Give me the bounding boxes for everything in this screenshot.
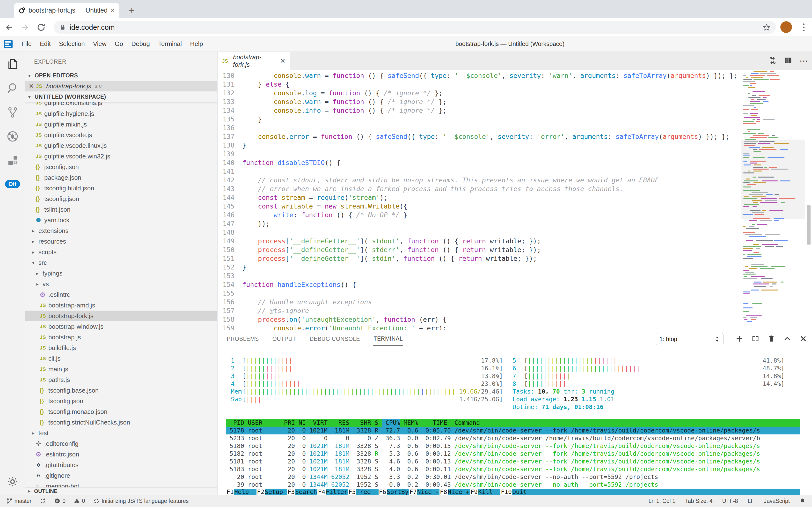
search-icon[interactable] xyxy=(0,76,25,100)
status-javascript[interactable]: JavaScript xyxy=(764,498,790,504)
editor-tab-bootstrap-fork[interactable]: JS bootstrap-fork.js ✕ xyxy=(217,52,290,70)
close-icon[interactable]: ✕ xyxy=(29,82,36,90)
tree-item-tsconfig.json[interactable]: {}tsconfig.json xyxy=(25,396,217,406)
editor-scrollbar[interactable] xyxy=(807,205,811,244)
warnings-count[interactable]: 0 xyxy=(74,498,85,504)
code-line-152[interactable]: 152} xyxy=(217,263,812,272)
open-changes-icon[interactable] xyxy=(768,56,777,65)
code-line-133[interactable]: 133 console.warn = function () { /* igno… xyxy=(217,98,812,106)
new-terminal-icon[interactable] xyxy=(736,335,743,343)
htop-table-header[interactable]: PIDUSERPRINIVIRTRESSHRSCPU%MEM%TIME+Comm… xyxy=(226,419,800,427)
kill-terminal-trash-icon[interactable] xyxy=(767,335,775,343)
menu-selection[interactable]: Selection xyxy=(55,40,89,48)
settings-gear-icon[interactable] xyxy=(0,474,25,489)
tree-item-.eslintrc.json[interactable]: .eslintrc.json xyxy=(25,449,217,460)
code-line-135[interactable]: 135 } xyxy=(217,115,812,124)
chevron-right-icon[interactable]: ▸ xyxy=(36,271,43,276)
tree-item-tsconfig.monaco.json[interactable]: {}tsconfig.monaco.json xyxy=(25,406,217,417)
tree-item-gulpfile.extensions.js[interactable]: JSgulpfile.extensions.js xyxy=(25,102,217,108)
back-icon[interactable] xyxy=(2,20,16,34)
tree-item-.editorconfig[interactable]: .editorconfig xyxy=(25,438,217,449)
htop-process-row-39[interactable]: 39root2001344M620521952S0.00.20:00.43/de… xyxy=(226,481,800,489)
htop-process-row-5178[interactable]: 5178root2001021M181M3328R72.70.60:05.70/… xyxy=(226,427,800,435)
code-line-136[interactable]: 136 xyxy=(217,124,812,132)
forward-icon[interactable] xyxy=(18,20,32,34)
status-utf-8[interactable]: UTF-8 xyxy=(722,498,738,504)
chevron-right-icon[interactable]: ▸ xyxy=(32,239,39,244)
htop-process-row-5180[interactable]: 5180root2001021M181M3328S7.30.60:00.15/d… xyxy=(226,442,800,450)
chevron-right-icon[interactable]: ▸ xyxy=(36,281,43,287)
code-line-144[interactable]: 144 const stream = require('stream'); xyxy=(217,193,812,202)
workspace-header[interactable]: ▾ UNTITLED (WORKSPACE) xyxy=(25,92,217,102)
new-tab-button[interactable]: + xyxy=(126,4,138,16)
htop-process-row-5182[interactable]: 5182root2001021M181M3328R5.30.60:00.12/d… xyxy=(226,450,800,458)
menu-edit[interactable]: Edit xyxy=(36,40,55,48)
split-editor-icon[interactable] xyxy=(784,56,792,65)
htop-process-row-5233[interactable]: 5233root200000Z36.30.00:02.79/dev/shm/bi… xyxy=(226,435,800,442)
tree-item-.gitignore[interactable]: .gitignore xyxy=(25,470,217,481)
close-panel-icon[interactable] xyxy=(799,335,807,343)
git-branch-status[interactable]: master xyxy=(6,498,32,504)
code-line-143[interactable]: 143 // error when we are inside a forked… xyxy=(217,184,812,193)
tree-item-tsconfig.build.json[interactable]: {}tsconfig.build.json xyxy=(25,183,217,193)
tree-item-vs[interactable]: ▸vs xyxy=(25,279,217,289)
tree-item-gulpfile.vscode.win32.js[interactable]: JSgulpfile.vscode.win32.js xyxy=(25,151,217,162)
chevron-right-icon[interactable]: ▸ xyxy=(32,430,39,436)
terminal-picker[interactable]: 1: htop xyxy=(656,333,724,345)
panel-tab-debug-console[interactable]: DEBUG CONSOLE xyxy=(309,332,361,346)
tree-item-test[interactable]: ▸test xyxy=(25,428,217,438)
menu-debug[interactable]: Debug xyxy=(127,40,154,48)
browser-menu-icon[interactable] xyxy=(799,22,809,33)
code-line-131[interactable]: 131 } else { xyxy=(217,80,812,89)
extensions-icon[interactable] xyxy=(0,149,25,173)
code-line-134[interactable]: 134 console.info = function () { /* igno… xyxy=(217,106,812,115)
tab-close-icon[interactable]: × xyxy=(111,6,115,14)
tree-item-typings[interactable]: ▸typings xyxy=(25,268,217,279)
chevron-right-icon[interactable]: ▸ xyxy=(32,228,39,234)
tree-item-package.json[interactable]: {}package.json xyxy=(25,172,217,183)
menu-view[interactable]: View xyxy=(89,40,111,48)
tree-item-gulpfile.vscode.linux.js[interactable]: JSgulpfile.vscode.linux.js xyxy=(25,140,217,151)
code-line-151[interactable]: 151 process['__defineGetter__']('stdin',… xyxy=(217,254,812,263)
menu-terminal[interactable]: Terminal xyxy=(154,40,186,48)
code-line-137[interactable]: 137 console.error = function () { safeSe… xyxy=(217,132,812,141)
tree-item-tslint.json[interactable]: {}tslint.json xyxy=(25,204,217,215)
tree-item-resources[interactable]: ▸resources xyxy=(25,236,217,247)
code-line-146[interactable]: 146 write: function () { /* No OP */ } xyxy=(217,211,812,219)
errors-count[interactable]: 0 xyxy=(54,498,65,504)
open-editor-item[interactable]: ✕ JS bootstrap-fork.js src xyxy=(25,81,217,92)
code-line-155[interactable]: 155 xyxy=(217,289,812,298)
url-bar[interactable]: ide.coder.com xyxy=(54,21,776,34)
maximize-panel-icon[interactable] xyxy=(784,335,791,343)
code-editor[interactable]: 130 console.warn = function () { safeSen… xyxy=(217,70,812,330)
code-line-132[interactable]: 132 console.log = function () { /* ignor… xyxy=(217,89,812,98)
code-line-145[interactable]: 145 const writable = new stream.Writable… xyxy=(217,202,812,211)
code-line-158[interactable]: 158 process.on('uncaughtException', func… xyxy=(217,315,812,324)
debug-disabled-icon[interactable] xyxy=(0,124,25,149)
open-editors-header[interactable]: ▾ OPEN EDITORS xyxy=(25,70,217,81)
terminal-htop[interactable]: 1[||||||||||||17.8%]2[||||||||||||16.1%]… xyxy=(217,348,812,495)
outline-header[interactable]: ▸ OUTLINE xyxy=(25,488,217,495)
source-control-icon[interactable] xyxy=(0,100,25,124)
menu-file[interactable]: File xyxy=(17,40,36,48)
tree-item-buildfile.js[interactable]: JSbuildfile.js xyxy=(25,342,217,353)
tree-item-main.js[interactable]: JSmain.js xyxy=(25,364,217,375)
tree-item-tsconfig.json[interactable]: {}tsconfig.json xyxy=(25,193,217,204)
code-line-147[interactable]: 147 }); xyxy=(217,219,812,228)
code-line-130[interactable]: 130 console.warn = function () { safeSen… xyxy=(217,71,812,80)
code-line-142[interactable]: 142 // const stdout, stderr and stdin be… xyxy=(217,176,812,184)
sync-icon[interactable] xyxy=(40,498,46,504)
menu-go[interactable]: Go xyxy=(111,40,127,48)
refresh-icon[interactable] xyxy=(34,20,48,34)
code-line-149[interactable]: 149 process['__defineGetter__']('stdout'… xyxy=(217,237,812,245)
code-line-157[interactable]: 157 // @ts-ignore xyxy=(217,306,812,315)
tree-item-bootstrap.js[interactable]: JSbootstrap.js xyxy=(25,332,217,342)
code-line-159[interactable]: 159 console.error('Uncaught Exception: '… xyxy=(217,324,812,330)
split-terminal-icon[interactable] xyxy=(752,335,759,343)
code-line-141[interactable]: 141 xyxy=(217,167,812,176)
tree-item-paths.js[interactable]: JSpaths.js xyxy=(25,375,217,385)
tree-item-.eslintrc[interactable]: .eslintrc xyxy=(25,289,217,300)
tree-item-gulpfile.mixin.js[interactable]: JSgulpfile.mixin.js xyxy=(25,119,217,130)
htop-process-row-5183[interactable]: 5183root2001021M181M3328S4.00.60:00.11/d… xyxy=(226,465,800,473)
more-actions-icon[interactable]: ⋯ xyxy=(799,56,809,66)
